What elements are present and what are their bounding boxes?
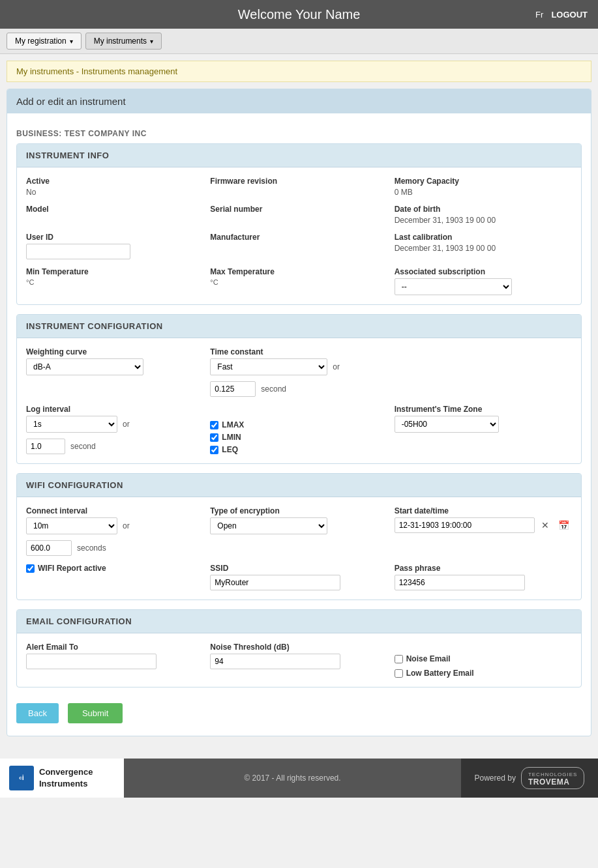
log-manual-row: second: [26, 439, 203, 454]
time-constant-group: Time constant Fast Slow Impulse or: [210, 347, 572, 397]
start-datetime-input[interactable]: [395, 517, 535, 533]
lmax-check-label[interactable]: LMAX: [210, 420, 387, 429]
time-constant-manual-row: second: [210, 381, 572, 397]
email-config-header: EMAIL CONFIGURATION: [17, 610, 581, 633]
ssid-group[interactable]: SSID: [210, 564, 387, 590]
connect-interval-select[interactable]: 10m 5m 30m 1h: [26, 517, 117, 534]
noise-email-label[interactable]: Noise Email: [395, 654, 572, 663]
wifi-config-card: WIFI CONFIGURATION Connect interval 10m …: [16, 473, 582, 600]
connect-seconds-label: seconds: [77, 543, 106, 553]
encryption-group: Type of encryption Open WEP WPA WPA2: [210, 506, 387, 556]
serial-field: Serial number: [210, 205, 387, 225]
nav-my-instruments[interactable]: My instruments ▾: [85, 33, 162, 50]
trovema-logo: TECHNOLOGIES TROVEMA: [521, 767, 585, 789]
manufacturer-field: Manufacturer: [210, 233, 387, 259]
connect-seconds-row: seconds: [26, 540, 203, 556]
wifi-report-label[interactable]: WIFI Report active: [26, 564, 203, 573]
wifi-report-checkbox[interactable]: [26, 564, 35, 573]
weighting-group: Weighting curve dB-A dB-B dB-C: [26, 347, 203, 397]
instrument-info-header: INSTRUMENT INFO: [17, 144, 581, 167]
connect-interval-group: Connect interval 10m 5m 30m 1h or: [26, 506, 203, 556]
time-constant-select[interactable]: Fast Slow Impulse: [210, 358, 327, 375]
timezone-select[interactable]: -05H00 -04H00 -06H00 UTC: [395, 416, 499, 433]
lmin-check-label[interactable]: LMIN: [210, 433, 387, 442]
instrument-info-card: INSTRUMENT INFO Active No Firmware revis…: [16, 143, 582, 305]
model-field: Model: [26, 205, 203, 225]
connect-interval-row: 10m 5m 30m 1h or: [26, 517, 203, 534]
footer: ci Convergence Instruments © 2017 - All …: [0, 759, 598, 798]
noise-threshold-group[interactable]: Noise Threshold (dB): [210, 643, 387, 678]
weighting-select[interactable]: dB-A dB-B dB-C: [26, 358, 143, 375]
wifi-config-body: Connect interval 10m 5m 30m 1h or: [17, 497, 581, 600]
main-content: Add or edit an instrument BUSINESS: TEST…: [0, 82, 598, 752]
email-config-card: EMAIL CONFIGURATION Alert Email To Noise…: [16, 609, 582, 687]
time-constant-row: Fast Slow Impulse or: [210, 358, 572, 375]
log-or-label: or: [123, 420, 130, 429]
assoc-sub-field[interactable]: Associated subscription --: [395, 267, 572, 295]
connect-seconds-input[interactable]: [26, 540, 72, 556]
connect-or-label: or: [123, 521, 130, 530]
instrument-config-card: INSTRUMENT CONFIGURATION Weighting curve…: [16, 314, 582, 464]
page-title: Add or edit an instrument: [7, 89, 591, 113]
ssid-input[interactable]: [210, 575, 340, 590]
page-title-card: Add or edit an instrument BUSINESS: TEST…: [7, 89, 591, 736]
back-button[interactable]: Back: [16, 703, 59, 723]
language-switch[interactable]: Fr: [535, 10, 543, 20]
time-constant-manual-input[interactable]: [210, 381, 256, 397]
max-temp-field: Max Temperature °C: [210, 267, 387, 295]
active-field: Active No: [26, 177, 203, 197]
log-interval-select[interactable]: 1s 5s 10s 30s 1m 5m: [26, 416, 117, 433]
log-second-label: second: [70, 442, 96, 451]
timezone-group: Instrument's Time Zone -05H00 -04H00 -06…: [395, 405, 572, 454]
clear-datetime-button[interactable]: ✕: [539, 519, 552, 532]
noise-email-checkbox[interactable]: [395, 655, 403, 663]
leq-checkbox[interactable]: [210, 446, 218, 454]
passphrase-input[interactable]: [395, 575, 525, 590]
wifi-config-header: WIFI CONFIGURATION: [17, 474, 581, 497]
header: Welcome Your Name Fr LOGOUT: [0, 0, 598, 29]
calendar-icon-button[interactable]: 📅: [556, 519, 572, 532]
footer-copyright: © 2017 - All rights reserved.: [124, 759, 461, 798]
log-seconds-input[interactable]: [26, 439, 65, 454]
lmin-checkbox[interactable]: [210, 433, 218, 442]
datetime-row: ✕ 📅: [395, 517, 572, 533]
lastcal-field: Last calibration December 31, 1903 19 00…: [395, 233, 572, 259]
low-battery-email-label[interactable]: Low Battery Email: [395, 669, 572, 678]
navbar: My registration ▾ My instruments ▾: [0, 29, 598, 54]
header-title: Welcome Your Name: [63, 7, 535, 22]
measurement-checks-group: LMAX LMIN LEQ: [210, 405, 387, 454]
low-battery-email-checkbox[interactable]: [395, 669, 403, 678]
footer-logo: ci Convergence Instruments: [0, 759, 124, 798]
leq-check-label[interactable]: LEQ: [210, 445, 387, 454]
alert-email-group[interactable]: Alert Email To: [26, 643, 203, 678]
start-datetime-group: Start date/time ✕ 📅: [395, 506, 572, 556]
chevron-down-icon: ▾: [150, 38, 153, 45]
dob-field: Date of birth December 31, 1903 19 00 00: [395, 205, 572, 225]
business-label: BUSINESS: TEST COMPANY INC: [16, 123, 582, 143]
instrument-info-body: Active No Firmware revision Memory Capac…: [17, 167, 581, 304]
userid-field[interactable]: User ID: [26, 233, 203, 259]
lmax-checkbox[interactable]: [210, 421, 218, 429]
alert-email-input[interactable]: [26, 654, 157, 669]
min-temp-field: Min Temperature °C: [26, 267, 203, 295]
footer-powered-by: Powered by TECHNOLOGIES TROVEMA: [461, 759, 598, 798]
ci-logo-icon: ci: [9, 766, 34, 790]
lmax-checks: LMAX LMIN LEQ: [210, 420, 387, 454]
second-label: second: [261, 384, 286, 394]
userid-input[interactable]: [26, 244, 130, 259]
wifi-report-group: WIFI Report active: [26, 564, 203, 590]
passphrase-group[interactable]: Pass phrase: [395, 564, 572, 590]
encryption-select[interactable]: Open WEP WPA WPA2: [210, 517, 327, 534]
assoc-sub-select[interactable]: --: [395, 278, 512, 295]
breadcrumb: My instruments - Instruments management: [7, 61, 591, 82]
firmware-field: Firmware revision: [210, 177, 387, 197]
email-config-body: Alert Email To Noise Threshold (dB) Nois…: [17, 633, 581, 687]
chevron-down-icon: ▾: [70, 38, 73, 45]
nav-my-registration[interactable]: My registration ▾: [7, 33, 82, 50]
logout-button[interactable]: LOGOUT: [551, 10, 588, 20]
page-body: BUSINESS: TEST COMPANY INC INSTRUMENT IN…: [7, 113, 591, 736]
noise-threshold-input[interactable]: [210, 654, 340, 669]
footer-logo-text: Convergence Instruments: [39, 766, 93, 790]
submit-button[interactable]: Submit: [68, 703, 123, 723]
log-interval-group: Log interval 1s 5s 10s 30s 1m 5m: [26, 405, 203, 454]
